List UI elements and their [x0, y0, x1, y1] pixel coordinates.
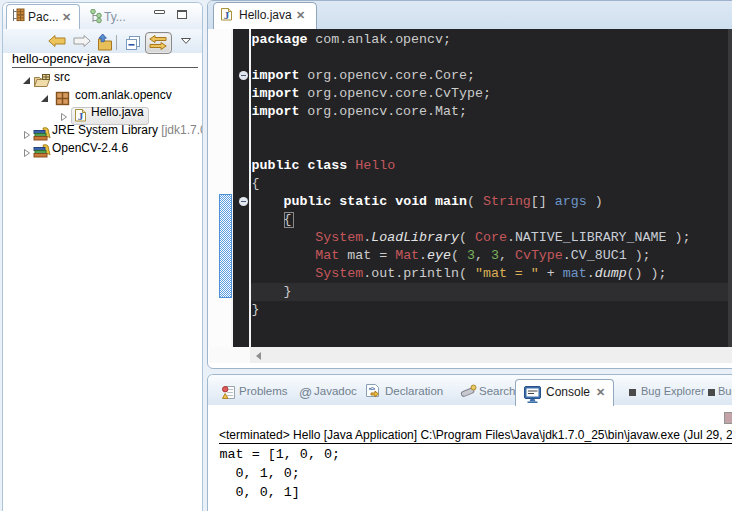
- svg-text:J: J: [224, 9, 230, 21]
- svg-text:J: J: [78, 110, 84, 122]
